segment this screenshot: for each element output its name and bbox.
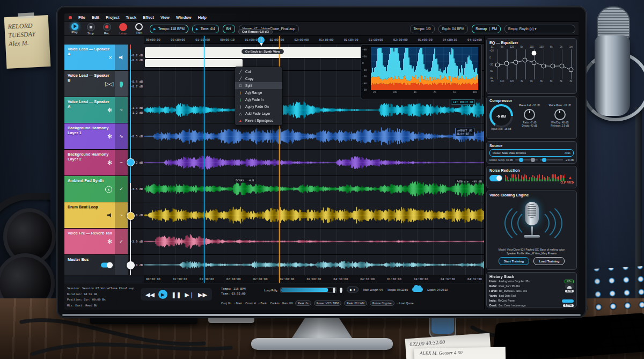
eq-handle[interactable] [504, 61, 509, 65]
transport-stop-button[interactable]: Stop [84, 23, 98, 35]
track-fx-strip[interactable]: ~ [115, 150, 128, 175]
transport-play-button[interactable]: Play [68, 23, 82, 35]
menu-item-edit[interactable]: Edit [92, 15, 99, 20]
tempo-field[interactable]: ▶Tempo: 118 BPM [150, 25, 188, 33]
track-speaker-icon[interactable] [107, 212, 112, 218]
context-menu-item-copy[interactable]: ╱Copy [235, 75, 282, 82]
track-header[interactable]: Voice Lead — Speaker A× [64, 45, 115, 70]
context-menu-item-revert-spredpros[interactable]: ▲Revert Spredpros [235, 117, 282, 124]
romap-toggle[interactable]: RomapPM [472, 25, 501, 33]
playhead-blue[interactable] [204, 36, 204, 283]
transport-option[interactable]: Pointer Cognise [370, 301, 394, 306]
context-menu-item-split[interactable]: □Split [235, 82, 282, 89]
history-row[interactable]: Vanik:Baal Data Tool [489, 294, 574, 298]
eq-handle[interactable] [559, 63, 564, 68]
transport-option[interactable]: Conj: 0b [221, 302, 231, 305]
transport-option[interactable]: Peak: 0s [295, 301, 311, 306]
start-training-button[interactable]: Start Training [499, 257, 529, 265]
eq-band-slider[interactable] [513, 49, 518, 79]
record-arm-button[interactable]: ▶ ● [347, 287, 358, 292]
history-row[interactable]: Fundi:Bq_swrquue / fass / ass37% [489, 289, 574, 294]
compressor-knob-makeup[interactable] [554, 109, 566, 120]
eq-band-slider[interactable] [504, 49, 509, 79]
menu-item-file[interactable]: File [78, 15, 85, 20]
eq-band-slider[interactable] [568, 49, 574, 79]
context-menu-item-ap-fade-in[interactable]: )Ap) Fade In [235, 96, 282, 103]
transport-play-button[interactable]: ▶ [158, 290, 167, 299]
timeline-marker[interactable]: ❘ [258, 36, 265, 43]
track-header[interactable]: Drum Beat Loop [64, 202, 115, 228]
compressor-main-knob[interactable]: -6 dB [489, 104, 513, 128]
eq-band-slider[interactable] [541, 49, 546, 79]
track-header[interactable]: Background Harmony Layer 1✻ [64, 123, 115, 149]
context-menu-item-add-fade-layer[interactable]: △Add Fade Layer [235, 110, 282, 117]
eq-band-slider[interactable] [495, 49, 500, 79]
track-fx-strip[interactable]: ~ [115, 97, 128, 123]
track-asterisk-icon[interactable]: ✻ [107, 238, 112, 245]
source-slider-1[interactable] [515, 159, 538, 160]
track-header[interactable]: Background Harmony Layer 2✻ [64, 150, 115, 175]
transport-pause-button[interactable]: ❚❚ [171, 291, 181, 298]
menu-item-project[interactable]: Project [106, 15, 119, 20]
mini-button[interactable]: BH [223, 25, 235, 33]
eq-handle-ghost[interactable] [532, 50, 537, 55]
track-clip-area[interactable] [144, 202, 484, 228]
mic-icon[interactable] [333, 288, 335, 292]
transport-option[interactable]: Peak: 08 / WM [344, 301, 367, 306]
eq-handle[interactable] [523, 58, 528, 63]
transport-option[interactable]: Power: VX7 / BPM [314, 301, 341, 306]
track-fx-strip[interactable] [115, 71, 128, 97]
transport-option[interactable]: Gain: 0N [282, 302, 293, 305]
tempo2-field[interactable]: Tempo: 1/0 [410, 25, 435, 33]
eq-handle[interactable] [541, 63, 546, 68]
eq-band-slider[interactable] [550, 49, 555, 79]
track-header[interactable]: Voice Lead — Speaker A✻ [64, 97, 115, 123]
track-clip-area[interactable] [144, 176, 484, 202]
fader-knob-white[interactable] [127, 261, 135, 269]
track-header[interactable]: Master Bus [64, 255, 115, 275]
eq-handle[interactable] [550, 64, 555, 69]
loop-progress-bar[interactable] [280, 287, 337, 293]
track-fx-strip[interactable]: ~ [115, 202, 128, 228]
history-row[interactable]: Refar:Rear_bar / IBL Bin [489, 284, 574, 289]
eq-handle[interactable] [495, 63, 500, 68]
menu-item-track[interactable]: Track [126, 15, 137, 20]
mode-dropdown[interactable]: Empq: Rayth (p) ▾ [504, 25, 575, 33]
track-clip-area[interactable] [144, 229, 484, 254]
history-row[interactable]: Dural:Bob Crew / redone ago1.37% [489, 303, 574, 308]
transport-option[interactable]: ○ Mast. [234, 302, 243, 305]
timeline-ruler-bottom[interactable]: 00:30:0002:30:0001:30:0002:00:0002:00:00… [144, 275, 484, 283]
transport-trim-button[interactable]: Trim [132, 23, 146, 35]
track-fx-strip[interactable] [115, 45, 128, 70]
track-header[interactable]: Ambient Pad Synth▲ [64, 176, 115, 202]
eq-handle[interactable] [514, 60, 518, 64]
timeline-ruler-top[interactable]: 00:00:0000:30:0001:30:0000:00:1001:00:00… [144, 36, 484, 44]
menu-item-view[interactable]: View [160, 15, 170, 20]
mic-icon[interactable] [340, 288, 342, 292]
transport-option[interactable]: ○ Bank. [258, 302, 267, 305]
track-fx-strip[interactable] [115, 255, 128, 275]
audio-clip-selected[interactable] [145, 59, 243, 67]
track-fx-strip[interactable]: ✓ [115, 176, 128, 202]
cloud-sync-icon[interactable] [412, 287, 423, 292]
transport-rewind-button[interactable]: ◀◀ [145, 291, 155, 298]
eq-band-slider[interactable] [522, 49, 528, 79]
fader-knob-yellow[interactable] [127, 212, 135, 220]
menu-item-effect[interactable]: Effect [143, 15, 154, 20]
load-training-button[interactable]: Load Training [533, 257, 565, 265]
transport-forward-button[interactable]: ▶▶ [198, 291, 207, 298]
noise-reduction-toggle[interactable] [489, 175, 502, 181]
context-menu-item-ap-range[interactable]: )Ap) Range [235, 89, 282, 96]
history-row[interactable]: India:ReCord Power [489, 298, 574, 303]
track-pad-icon[interactable]: ▲ [105, 185, 112, 193]
history-row[interactable]: Undo:Analog Voice Doppler: 38s1/7s [489, 279, 574, 284]
transport-option[interactable]: ○ Load Quore [397, 302, 414, 305]
master-toggle[interactable] [101, 262, 113, 267]
track-close-icon[interactable]: × [109, 54, 112, 61]
timesig-field[interactable]: ▶Time: 4/4 [192, 25, 218, 33]
fader-knob-blue[interactable] [127, 158, 135, 166]
track-clip-area[interactable] [144, 97, 484, 123]
eq-band-slider[interactable] [559, 49, 565, 79]
track-asterisk-icon[interactable]: ✻ [107, 133, 112, 140]
transport-next-button[interactable]: ▶❘ [185, 291, 194, 298]
